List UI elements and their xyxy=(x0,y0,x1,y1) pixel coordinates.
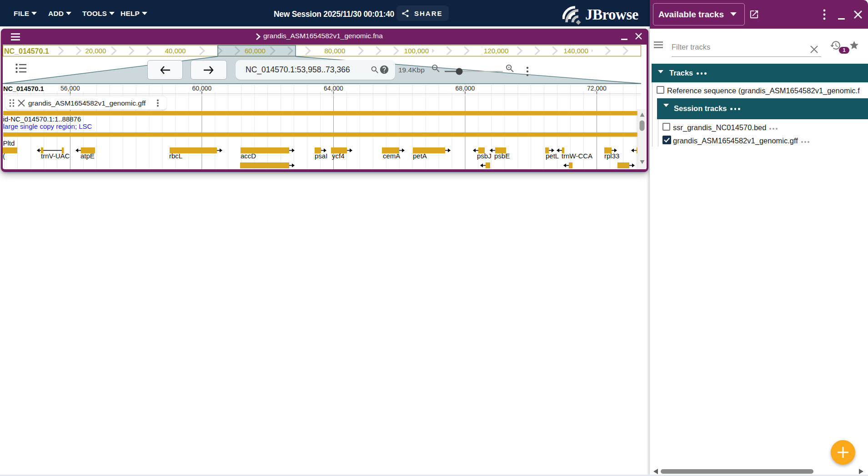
svg-text:68,000: 68,000 xyxy=(456,85,475,92)
svg-text:petL: petL xyxy=(546,152,559,160)
svg-text:64,000: 64,000 xyxy=(324,85,343,92)
svg-text:140,000: 140,000 xyxy=(564,47,588,55)
svg-text:trnW-CCA: trnW-CCA xyxy=(562,152,592,160)
svg-text:rpl33: rpl33 xyxy=(604,152,619,160)
svg-text:large single copy region; LSC: large single copy region; LSC xyxy=(3,122,92,130)
svg-text:grandis_ASM1654582v1_genomic.g: grandis_ASM1654582v1_genomic.gff xyxy=(28,99,146,107)
svg-text:id-NC_014570.1:1..88876: id-NC_014570.1:1..88876 xyxy=(3,115,81,123)
svg-text:petA: petA xyxy=(413,152,427,160)
svg-text:20,000: 20,000 xyxy=(85,47,106,55)
svg-text:80,000: 80,000 xyxy=(324,47,345,55)
svg-text:72,000: 72,000 xyxy=(587,85,607,92)
svg-text:(: ( xyxy=(3,152,5,160)
svg-text:Pltd: Pltd xyxy=(3,139,15,147)
svg-text:100,000: 100,000 xyxy=(404,47,429,55)
svg-text:cemA: cemA xyxy=(383,152,400,160)
svg-text:accD: accD xyxy=(241,152,256,160)
svg-text:60,000: 60,000 xyxy=(245,47,266,55)
svg-text:60,000: 60,000 xyxy=(192,85,212,92)
svg-text:ycf4: ycf4 xyxy=(332,152,345,160)
svg-text:120,000: 120,000 xyxy=(484,47,508,55)
svg-text:rbcL: rbcL xyxy=(169,152,182,160)
svg-text:psbJ: psbJ xyxy=(477,152,492,160)
svg-text:psaI: psaI xyxy=(315,152,327,160)
svg-text:NC_014570.1: NC_014570.1 xyxy=(3,85,44,92)
svg-text:psbE: psbE xyxy=(494,152,510,160)
svg-text:56,000: 56,000 xyxy=(60,85,80,92)
svg-text:atpE: atpE xyxy=(80,152,95,160)
svg-text:NC_014570.1: NC_014570.1 xyxy=(4,47,49,55)
svg-text:trnV-UAC: trnV-UAC xyxy=(41,152,70,160)
svg-text:40,000: 40,000 xyxy=(165,47,186,55)
